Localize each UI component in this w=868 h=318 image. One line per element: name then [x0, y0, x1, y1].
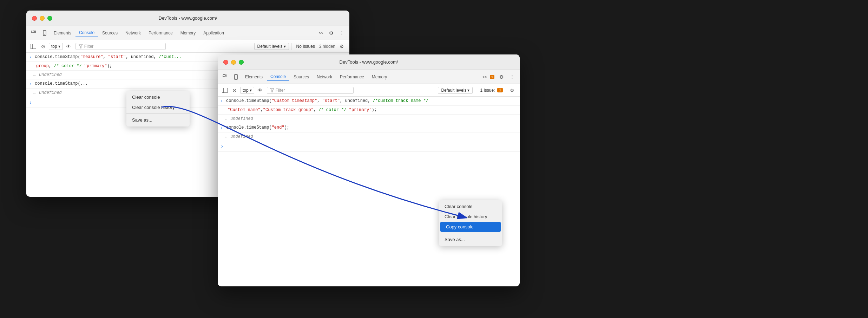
- titlebar-1: DevTools - www.google.com/: [26, 11, 349, 26]
- arrow-expand-1: ›: [29, 99, 33, 106]
- tab-performance-2[interactable]: Performance: [336, 73, 368, 81]
- filter-area-1[interactable]: Filter: [75, 43, 166, 50]
- maximize-button-1[interactable]: [47, 16, 52, 21]
- console-toolbar-2: ⊘ top ▾ 👁 Filter Default levels ▾ 1 Issu…: [218, 84, 520, 97]
- context-menu-item-clear-console-2[interactable]: Clear console: [439, 201, 502, 212]
- top-selector-2[interactable]: top ▾: [240, 87, 254, 94]
- console-content-2: › console.timeStamp("Custom timestamp", …: [218, 97, 520, 202]
- levels-label-1: Default levels: [257, 44, 283, 49]
- tabs-toolbar-1: Elements Console Sources Network Perform…: [26, 26, 349, 40]
- inspect-icon-2[interactable]: [221, 72, 230, 82]
- issues-text-2: 1 Issue:: [480, 88, 495, 93]
- console-empty-line-2: ›: [218, 141, 520, 152]
- tab-network-1[interactable]: Network: [122, 29, 144, 37]
- more-tabs-2[interactable]: >>: [480, 74, 489, 80]
- settings-icon-1[interactable]: ⚙: [326, 28, 336, 38]
- levels-btn-2[interactable]: Default levels ▾: [438, 87, 473, 94]
- filter-area-2[interactable]: Filter: [267, 87, 354, 94]
- context-menu-item-clear-history-1[interactable]: Clear console history: [126, 102, 190, 112]
- tab-console-1[interactable]: Console: [75, 29, 98, 37]
- more-options-icon-1[interactable]: ⋮: [337, 28, 347, 38]
- context-menu-2: Clear console Clear console history Copy…: [439, 200, 502, 246]
- tab-application-1[interactable]: Application: [200, 29, 228, 37]
- eye-icon-2[interactable]: 👁: [256, 86, 264, 95]
- maximize-button-2[interactable]: [239, 60, 244, 65]
- close-button-1[interactable]: [32, 16, 37, 21]
- svg-point-4: [44, 34, 45, 35]
- filter-label-1: Filter: [84, 44, 94, 49]
- tab-sources-2[interactable]: Sources: [290, 73, 313, 81]
- eye-icon-1[interactable]: 👁: [64, 42, 73, 51]
- top-label-2: top: [243, 88, 249, 93]
- svg-rect-5: [31, 44, 36, 49]
- filter-icon-2: [270, 88, 274, 92]
- context-menu-item-clear-console-1[interactable]: Clear console: [126, 92, 190, 102]
- arrow-input-2-2: ›: [221, 125, 224, 131]
- issues-btn-1: No Issues: [294, 43, 318, 50]
- inspect-icon-1[interactable]: [29, 28, 39, 38]
- context-menu-sep-2: [439, 233, 502, 233]
- arrow-input-2: ›: [29, 81, 33, 87]
- console-input-line-2: › console.timeStamp("end");: [218, 123, 520, 132]
- tab-performance-1[interactable]: Performance: [145, 29, 176, 37]
- svg-rect-0: [32, 31, 34, 33]
- tab-sources-1[interactable]: Sources: [99, 29, 121, 37]
- issues-label-1: No Issues: [296, 44, 315, 49]
- tab-memory-2[interactable]: Memory: [368, 73, 390, 81]
- arrow-output-2: ←: [33, 90, 37, 96]
- tab-memory-1[interactable]: Memory: [177, 29, 199, 37]
- levels-btn-1[interactable]: Default levels ▾: [254, 43, 289, 50]
- console-input-line-1: › console.timeStamp("Custom timestamp", …: [218, 97, 520, 106]
- svg-rect-8: [223, 74, 225, 77]
- tab-elements-2[interactable]: Elements: [242, 73, 266, 81]
- traffic-lights-1: [32, 16, 52, 21]
- tab-elements-1[interactable]: Elements: [50, 29, 75, 37]
- top-chevron-2: ▾: [250, 88, 252, 93]
- issue-badge-2: 1: [497, 88, 503, 92]
- console-input-line-1b: "Custom name", "Custom track group", /* …: [218, 106, 520, 115]
- hidden-badge-1: 2 hidden: [319, 44, 335, 49]
- clear-icon-2[interactable]: ⊘: [230, 86, 239, 95]
- console-output-2: ← undefined: [218, 132, 520, 142]
- minimize-button-1[interactable]: [40, 16, 45, 21]
- arrow-output-2-1: ←: [225, 116, 228, 122]
- close-button-2[interactable]: [223, 60, 228, 65]
- arrow-output-2-2: ←: [225, 134, 228, 140]
- minimize-button-2[interactable]: [231, 60, 236, 65]
- sidebar-toggle-2[interactable]: [221, 86, 229, 95]
- mobile-icon-2[interactable]: [231, 72, 241, 82]
- more-tabs-1[interactable]: >>: [317, 30, 326, 36]
- svg-marker-7: [79, 45, 83, 48]
- arrow-input-2-1: ›: [221, 98, 224, 104]
- arrow-expand-2: ›: [221, 143, 224, 150]
- console-settings-icon-1[interactable]: ⚙: [337, 41, 347, 51]
- clear-icon-1[interactable]: ⊘: [39, 42, 47, 51]
- context-menu-item-clear-history-2[interactable]: Clear console history: [439, 212, 502, 222]
- tabs-toolbar-2: Elements Console Sources Network Perform…: [218, 70, 520, 84]
- svg-rect-13: [222, 88, 228, 93]
- svg-marker-15: [270, 89, 274, 92]
- context-menu-item-save-1[interactable]: Save as...: [126, 115, 190, 125]
- top-label-1: top: [51, 44, 57, 49]
- context-menu-item-save-2[interactable]: Save as...: [439, 234, 502, 245]
- toolbar-badge-2: 1: [490, 75, 494, 79]
- filter-icon-1: [79, 44, 83, 48]
- svg-point-12: [236, 78, 236, 79]
- context-menu-1: Clear console Clear console history Save…: [126, 91, 190, 126]
- settings-icon-2[interactable]: ⚙: [497, 72, 506, 82]
- window-title-1: DevTools - www.google.com/: [159, 15, 217, 21]
- tab-network-2[interactable]: Network: [313, 73, 336, 81]
- more-options-icon-2[interactable]: ⋮: [507, 72, 517, 82]
- sidebar-toggle-1[interactable]: [29, 42, 38, 51]
- context-menu-item-copy-console-2[interactable]: Copy console: [440, 222, 501, 232]
- console-toolbar-1: ⊘ top ▾ 👁 Filter Default levels ▾ No Iss…: [26, 40, 349, 53]
- filter-label-2: Filter: [276, 88, 285, 93]
- tab-console-2[interactable]: Console: [267, 73, 289, 81]
- console-settings-icon-2[interactable]: ⚙: [507, 85, 517, 95]
- mobile-icon-1[interactable]: [40, 28, 50, 38]
- top-selector-1[interactable]: top ▾: [49, 43, 63, 50]
- issues-btn-2: 1 Issue: 1: [477, 87, 506, 93]
- window-title-2: DevTools - www.google.com/: [340, 59, 398, 65]
- traffic-lights-2: [223, 60, 244, 65]
- arrow-output-1: ←: [33, 72, 37, 78]
